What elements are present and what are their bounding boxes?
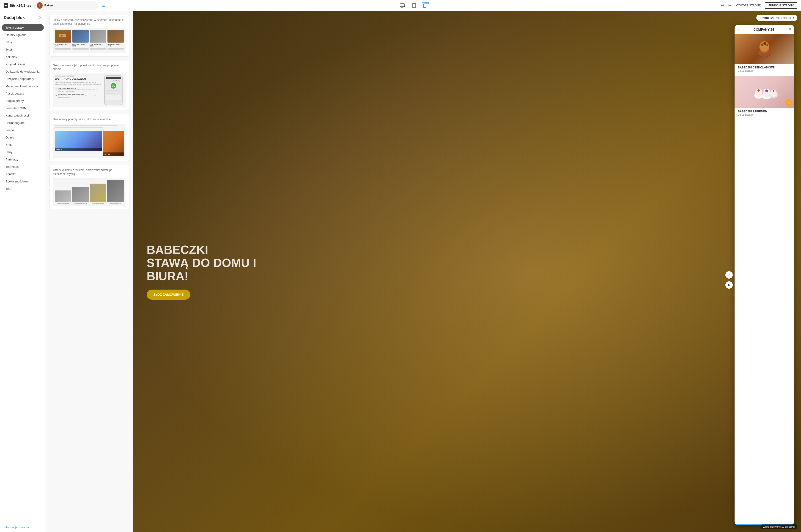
canvas-cta-button[interactable]: ZŁÓŻ ZAMÓWIENIE: [147, 289, 190, 300]
desktop-device-btn[interactable]: [398, 2, 407, 8]
sidebar-item-przejscia[interactable]: Przejścia i separatory: [2, 75, 44, 82]
search-input[interactable]: [44, 4, 96, 7]
feedback-link[interactable]: Informacja zwrotna: [4, 526, 29, 529]
phone-back-icon: ‹: [738, 27, 739, 32]
sidebar-footer: Informacja zwrotna: [0, 522, 45, 532]
preview-line: [90, 51, 100, 51]
canvas-area: BABECZKI STAWĄ DO DOMU I BIURA! ZŁÓŻ ZAM…: [133, 11, 801, 532]
sidebar-item-filmy[interactable]: Filmy: [2, 39, 44, 46]
svg-rect-8: [59, 37, 66, 38]
svg-point-26: [772, 90, 775, 92]
preview-line: [107, 49, 124, 50]
preview-img-4: [107, 30, 124, 42]
preview-office-img-2: OFFICE: [103, 131, 124, 156]
redo-button[interactable]: ↪: [727, 2, 732, 8]
preview-col-title-4: BUILDING SINCE 1943: [107, 43, 124, 47]
tablet-device-btn[interactable]: [411, 2, 418, 9]
sidebar-item-informacje[interactable]: Informacje: [2, 163, 44, 170]
sidebar-item-tytul[interactable]: Tytuł: [2, 46, 44, 53]
preview-col-title-1: BUILDING SINCE 1943: [55, 43, 71, 47]
sidebar-item-tekst-i-obrazy[interactable]: Tekst i obrazy: [2, 24, 44, 31]
svg-point-7: [60, 35, 63, 37]
sidebar-item-kolumny[interactable]: Kolumny: [2, 53, 44, 60]
sidebar-item-kontakt[interactable]: Kontakt: [2, 171, 44, 178]
svg-point-15: [766, 44, 768, 46]
sidebar-item-label: Pasek boczny: [5, 92, 24, 95]
phone-device-orientation: Portrait: [781, 16, 791, 19]
phone-refresh-button[interactable]: ↻: [725, 281, 733, 289]
product-card-1: BABECZKI CZEKOLADOWE Od 15 zł/sztukę: [734, 34, 794, 74]
block-card-2images[interactable]: Dwa obrazy poniżej tekstu, ułożone w kol…: [50, 114, 129, 161]
canvas-title-line1: BABECZKI: [147, 243, 208, 256]
product-divider-1: [738, 74, 791, 74]
block-card-title-features: Tekst z obrazami jako punktorami i obraz…: [53, 64, 126, 72]
preview-line: [72, 49, 89, 50]
phone-company-name: COMPANY 24: [753, 28, 774, 31]
sidebar-item-label: Kanał aktualności: [5, 114, 29, 117]
preview-line: [55, 49, 71, 50]
sidebar-item-kroki[interactable]: Kroki: [2, 141, 44, 148]
preview-col-4: BUILDING SINCE 1943: [107, 30, 124, 51]
preview-2img-container: OFFICE OFFICE: [53, 129, 126, 158]
product-name-1: BABECZKI CZEKOLADOWE: [738, 66, 791, 69]
sidebar-item-menu[interactable]: Menu i nagłówek witryny: [2, 83, 44, 90]
sidebar-item-label: Partnerzy: [5, 158, 18, 161]
sidebar-item-ceny[interactable]: Ceny: [2, 149, 44, 156]
sidebar-item-label: Filmy: [5, 40, 13, 44]
search-bar[interactable]: B: [34, 1, 98, 10]
preview-obj-label-medium: MEDIUM OBJECTS: [74, 203, 87, 204]
sidebar-item-label: Kolumny: [5, 55, 17, 59]
sidebar-item-formularz[interactable]: Formularz CRM: [2, 104, 44, 112]
sidebar-item-label: Zespół: [5, 129, 15, 132]
preview-obj-label-xxxl: XXXL OBJECTS: [110, 203, 121, 204]
sidebar-close-button[interactable]: ✕: [38, 15, 42, 20]
preview-office-label-1: OFFICE: [55, 148, 102, 151]
sidebar-item-label: Formularz CRM: [5, 107, 26, 110]
functions-button[interactable]: FUNKCJE STRONY: [765, 2, 797, 9]
device-switcher: Nowy: [108, 2, 717, 9]
mobile-device-btn[interactable]: Nowy: [421, 2, 428, 9]
phone-device-label: iPhone 14 Pro: [760, 16, 780, 19]
sidebar-item-zespol[interactable]: Zespół: [2, 127, 44, 134]
sidebar-item-inne[interactable]: Inne: [2, 185, 44, 192]
hamburger-icon: ≡: [788, 27, 791, 32]
sidebar-item-harmonogram[interactable]: Harmonogram: [2, 119, 44, 126]
sidebar-item-odliczanie[interactable]: Odliczanie do wydarzenia: [2, 68, 44, 75]
preview-obj-img-large: [90, 184, 106, 202]
sidebar-item-kanal[interactable]: Kanał aktualności: [2, 112, 44, 119]
sidebar-item-stopka[interactable]: Stopka strony: [2, 97, 44, 104]
sidebar-item-label: Kontakt: [5, 172, 16, 176]
sidebar-item-label: Społecznościowe: [5, 180, 29, 183]
logo-text: Bitrix24.Sites: [10, 3, 31, 7]
block-card-title-objects: Cztery kolumny z tekstem, obraz w tle; s…: [53, 168, 126, 176]
sidebar-nav: Tekst i obrazy Obrazy i galeria Filmy Ty…: [0, 23, 45, 522]
undo-button[interactable]: ↩: [720, 2, 725, 8]
phone-prev-button[interactable]: ‹: [725, 271, 733, 279]
block-card-4col[interactable]: Teksy z obrazami rozmieszczone w czterec…: [50, 15, 129, 57]
block-card-features[interactable]: Tekst z obrazami jako punktorami i obraz…: [50, 60, 129, 111]
canvas-hero-title: BABECZKI STAWĄ DO DOMU I BIURA!: [147, 243, 261, 283]
phone-device-selector[interactable]: iPhone 14 Pro Portrait ▾: [756, 15, 797, 21]
preview-obj-col-small: SMALL OBJECTS: [55, 190, 71, 204]
sidebar-item-obrazy-i-galeria[interactable]: Obrazy i galeria: [2, 31, 44, 38]
product-fab-icon[interactable]: ✎: [785, 99, 792, 106]
preview-feature-subtitle: 16 AWESOME FEATURES: [55, 75, 101, 77]
sidebar-item-opinie[interactable]: Opinie: [2, 134, 44, 141]
preview-col-title-2: BUILDING SINCE 1943: [72, 43, 89, 47]
block-card-title-2images: Dwa obrazy poniżej tekstu, ułożone w kol…: [53, 117, 126, 121]
sidebar-item-label: Opinie: [5, 136, 14, 139]
product-price-1: Od 15 zł/sztukę: [738, 70, 791, 72]
sidebar-item-partnerzy[interactable]: Partnerzy: [2, 156, 44, 163]
block-card-objects[interactable]: Cztery kolumny z tekstem, obraz w tle; s…: [50, 165, 129, 209]
blocks-panel: Teksy z obrazami rozmieszczone w czterec…: [46, 11, 133, 532]
phone-header: ‹ COMPANY 24 ≡: [734, 25, 794, 34]
sidebar-item-przyciski[interactable]: Przyciski i linki: [2, 61, 44, 68]
sidebar-item-pasek[interactable]: Pasek boczny: [2, 90, 44, 97]
preview-obj-col-xxxl: XXXL OBJECTS: [107, 180, 124, 204]
block-preview-2images: OFFICE OFFICE: [53, 124, 126, 158]
preview-col-2: BUILDING SINCE 1943: [72, 30, 89, 51]
logo: Bitrix24.Sites: [4, 3, 31, 8]
open-page-button[interactable]: OTWÓRZ STRONĘ: [734, 3, 763, 8]
sidebar-item-spolecznosciowe[interactable]: Społecznościowe: [2, 178, 44, 185]
preview-obj-col-large: LARGE OBJECTS: [90, 184, 106, 204]
